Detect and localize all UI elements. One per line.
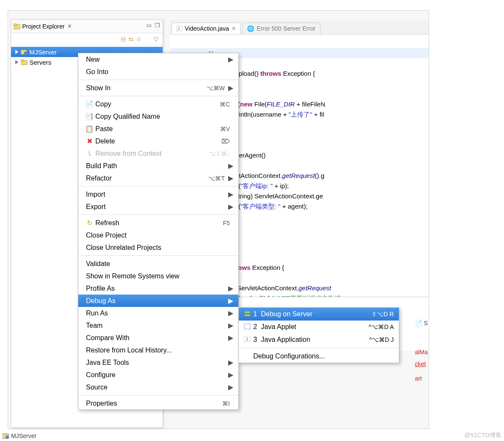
menu-jee-tools[interactable]: Java EE Tools▶ xyxy=(78,356,238,369)
svg-text:J: J xyxy=(178,26,180,31)
menu-compare-with[interactable]: Compare With▶ xyxy=(78,332,238,344)
menu-refactor[interactable]: Refactor⌥⌘T▶ xyxy=(78,172,238,184)
menu-profile-as[interactable]: Profile As▶ xyxy=(78,282,238,295)
editor-tabs: J VideoAction.java ✕ 🌐 Error 500 Server … xyxy=(170,20,429,34)
menu-build-path[interactable]: Build Path▶ xyxy=(78,160,238,172)
context-menu: New▶ Go Into Show In⌥⌘W▶ 📄Copy⌘C 📑Copy Q… xyxy=(78,53,239,410)
java-app-icon: J xyxy=(244,336,252,343)
copy-qualified-icon: 📑 xyxy=(86,113,93,120)
folder-icon xyxy=(21,59,28,65)
tab-videoaction[interactable]: J VideoAction.java ✕ xyxy=(172,23,241,34)
debug-as-submenu: 1 Debug on Server ⇧⌥D R 2 Java Applet ^⌥… xyxy=(238,307,399,363)
tab-label: VideoAction.java xyxy=(185,25,229,32)
submenu-debug-configurations[interactable]: Debug Configurations... xyxy=(239,350,399,363)
gutter-icon: 📄 xyxy=(415,320,422,326)
tab-label: Error 500 Server Error xyxy=(257,25,315,32)
svg-rect-1 xyxy=(14,24,17,26)
copy-icon: 📄 xyxy=(86,101,93,108)
globe-icon: 🌐 xyxy=(247,25,254,32)
close-icon[interactable]: ✕ xyxy=(232,26,236,32)
watermark: @51CTO博客 xyxy=(464,432,501,439)
menu-copy[interactable]: 📄Copy⌘C xyxy=(78,98,238,110)
server-icon xyxy=(244,311,252,318)
explorer-tab[interactable]: Project Explorer ✕ ▭ ❐ xyxy=(11,20,163,33)
menu-go-into[interactable]: Go Into xyxy=(78,66,238,78)
close-icon[interactable]: ✕ xyxy=(67,23,72,29)
project-icon xyxy=(21,49,28,55)
menu-show-in[interactable]: Show In⌥⌘W▶ xyxy=(78,82,238,94)
tree-item-label: Servers xyxy=(29,59,52,66)
explorer-tab-label: Project Explorer xyxy=(22,23,65,30)
svg-rect-5 xyxy=(21,60,23,61)
maximize-icon[interactable]: ❐ xyxy=(155,22,160,29)
expand-arrow-icon[interactable] xyxy=(15,50,18,54)
filters-icon[interactable]: ⚙ xyxy=(136,36,142,43)
menu-paste[interactable]: 📋Paste⌘V xyxy=(78,123,238,135)
java-file-icon: J xyxy=(176,26,182,32)
minimize-icon[interactable]: ▭ xyxy=(146,22,152,29)
status-project-label: MJServer xyxy=(11,432,37,439)
menu-delete[interactable]: ✖Delete⌦ xyxy=(78,135,238,147)
menu-remove-context: ⤹Remove from Context⌥⇧⌘↓ xyxy=(78,147,238,160)
submenu-java-applet[interactable]: 2 Java Applet ^⌥⌘D A xyxy=(239,321,399,333)
menu-close-project[interactable]: Close Project xyxy=(78,229,238,241)
svg-text:J: J xyxy=(246,337,248,342)
menu-remote-systems[interactable]: Show in Remote Systems view xyxy=(78,270,238,282)
link-editor-icon[interactable]: ⇆ xyxy=(129,36,134,43)
svg-point-9 xyxy=(6,435,9,439)
menu-run-as[interactable]: Run As▶ xyxy=(78,307,238,319)
svg-point-3 xyxy=(24,52,27,55)
refresh-icon: ↻ xyxy=(86,220,93,226)
tree-item-label: MJServer xyxy=(29,49,57,56)
menu-configure[interactable]: Configure▶ xyxy=(78,369,238,381)
expand-arrow-icon[interactable] xyxy=(15,60,18,64)
menu-export[interactable]: Export▶ xyxy=(78,200,238,213)
svg-rect-10 xyxy=(244,311,250,313)
submenu-java-application[interactable]: J 3 Java Application ^⌥⌘D J xyxy=(239,333,399,346)
menu-restore-history[interactable]: Restore from Local History... xyxy=(78,344,238,356)
collapse-all-icon[interactable]: ⊟ xyxy=(121,36,126,43)
right-gutter: 📄 S alMa cket art xyxy=(415,317,428,384)
view-menu-icon[interactable]: ▽ xyxy=(154,36,158,43)
menu-copy-qualified[interactable]: 📑Copy Qualified Name xyxy=(78,110,238,123)
menu-import[interactable]: Import▶ xyxy=(78,188,238,200)
folder-icon xyxy=(14,23,20,29)
menu-team[interactable]: Team▶ xyxy=(78,319,238,332)
menu-new[interactable]: New▶ xyxy=(78,53,238,66)
remove-icon: ⤹ xyxy=(86,150,93,157)
delete-icon: ✖ xyxy=(86,138,93,145)
menu-source[interactable]: Source▶ xyxy=(78,381,238,393)
submenu-debug-on-server[interactable]: 1 Debug on Server ⇧⌥D R xyxy=(239,308,399,321)
menu-properties[interactable]: Properties⌘I xyxy=(78,397,238,410)
explorer-toolbar: ⊟ ⇆ ⚙ ▽ xyxy=(11,33,163,45)
paste-icon: 📋 xyxy=(86,126,93,132)
menu-refresh[interactable]: ↻RefreshF5 xyxy=(78,217,238,229)
menu-debug-as[interactable]: Debug As▶ xyxy=(78,295,238,307)
tab-error500[interactable]: 🌐 Error 500 Server Error xyxy=(242,23,320,34)
svg-rect-13 xyxy=(245,325,249,328)
menu-validate[interactable]: Validate xyxy=(78,258,238,270)
svg-rect-11 xyxy=(244,314,250,316)
menu-close-unrelated[interactable]: Close Unrelated Projects xyxy=(78,241,238,254)
applet-icon xyxy=(244,324,252,330)
project-icon xyxy=(3,433,9,439)
